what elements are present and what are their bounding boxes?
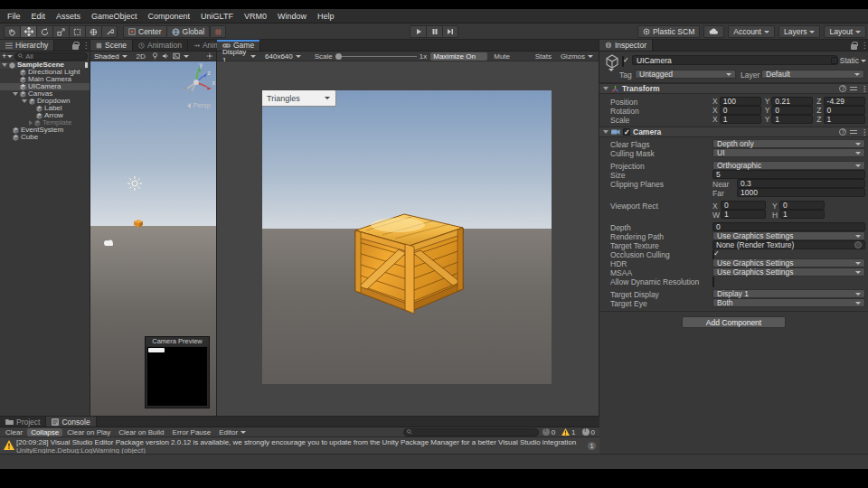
warning-count[interactable]: 1 xyxy=(559,428,578,436)
slider-knob[interactable] xyxy=(335,53,342,60)
rotation-z-field[interactable]: 0 xyxy=(824,106,865,115)
rendering-path-dropdown[interactable]: Use Graphics Settings xyxy=(712,231,865,240)
game-render[interactable]: Triangles xyxy=(262,90,552,384)
account-dropdown[interactable]: Account xyxy=(728,25,775,38)
clear-button[interactable]: Clear xyxy=(2,428,26,436)
hierarchy-item[interactable]: Cube xyxy=(0,134,90,141)
target-eye-dropdown[interactable]: Both xyxy=(712,298,865,307)
panel-menu-icon[interactable] xyxy=(82,41,86,50)
error-pause-button[interactable]: Error Pause xyxy=(169,428,215,436)
triangles-dropdown[interactable]: Triangles xyxy=(262,90,336,107)
tab-project[interactable]: Project xyxy=(0,417,46,427)
cube-object[interactable] xyxy=(132,217,145,230)
chevron-down-icon[interactable] xyxy=(184,55,189,58)
error-count[interactable]: 0 xyxy=(580,428,598,436)
scale-slider[interactable]: Scale 1x xyxy=(315,52,427,61)
position-y-field[interactable]: 0.21 xyxy=(771,97,813,106)
near-field[interactable]: 0.3 xyxy=(737,179,865,188)
target-texture-field[interactable]: None (Render Texture) xyxy=(712,240,865,249)
object-picker-icon[interactable] xyxy=(854,241,862,249)
position-x-field[interactable]: 100 xyxy=(720,97,761,106)
far-field[interactable]: 1000 xyxy=(737,188,865,197)
info-count[interactable]: 0 xyxy=(540,428,558,436)
menu-component[interactable]: Component xyxy=(143,9,196,23)
grid-snapping-button[interactable] xyxy=(210,25,226,38)
tab-scene[interactable]: Scene xyxy=(90,40,133,51)
mute-audio-button[interactable]: Mute Audio xyxy=(491,52,528,61)
menu-edit[interactable]: Edit xyxy=(26,9,52,23)
rotation-x-field[interactable]: 0 xyxy=(720,106,761,115)
presets-icon[interactable] xyxy=(850,85,857,92)
foldout-icon[interactable] xyxy=(2,63,7,67)
pivot-toggle-button[interactable]: Center xyxy=(123,25,167,38)
help-icon[interactable] xyxy=(839,128,846,136)
msaa-dropdown[interactable]: Use Graphics Settings xyxy=(712,267,865,277)
gameobject-name-field[interactable]: UICamera xyxy=(632,55,837,65)
lock-icon[interactable] xyxy=(72,44,79,50)
rotate-tool-button[interactable] xyxy=(36,25,52,38)
transform-tool-button[interactable] xyxy=(85,25,101,38)
menu-unigltf[interactable]: UniGLTF xyxy=(195,9,239,23)
pause-button[interactable] xyxy=(426,25,442,38)
scene-audio-icon[interactable] xyxy=(162,52,169,60)
scale-y-field[interactable]: 1 xyxy=(771,115,813,124)
gameobject-icon[interactable] xyxy=(605,54,619,69)
lock-icon[interactable] xyxy=(851,44,857,50)
plastic-scm-button[interactable]: Plastic SCM xyxy=(637,25,700,38)
target-display-dropdown[interactable]: Display 1 xyxy=(712,289,865,298)
chevron-down-icon[interactable] xyxy=(609,69,614,71)
viewport-h-field[interactable]: 1 xyxy=(779,210,825,219)
rect-tool-button[interactable] xyxy=(69,25,85,38)
menu-help[interactable]: Help xyxy=(312,9,340,23)
depth-field[interactable]: 0 xyxy=(712,222,865,231)
hierarchy-search-input[interactable]: All xyxy=(14,52,88,61)
perspective-toggle[interactable]: Persp xyxy=(187,101,211,109)
foldout-icon[interactable] xyxy=(603,87,609,90)
custom-tool-button[interactable] xyxy=(101,25,118,38)
transform-header[interactable]: Transform xyxy=(599,83,868,94)
collapse-button[interactable]: Collapse xyxy=(27,428,62,436)
cloud-button[interactable] xyxy=(703,25,724,38)
clear-flags-dropdown[interactable]: Depth only xyxy=(712,139,865,148)
culling-mask-dropdown[interactable]: UI xyxy=(712,148,865,157)
scale-x-field[interactable]: 1 xyxy=(720,115,761,124)
menu-assets[interactable]: Assets xyxy=(51,9,86,23)
menu-file[interactable]: File xyxy=(2,9,26,23)
scale-tool-button[interactable] xyxy=(52,25,69,38)
component-menu-icon[interactable] xyxy=(861,127,864,136)
scene-options-icon[interactable] xyxy=(85,62,88,68)
viewport-x-field[interactable]: 0 xyxy=(721,201,766,210)
tab-hierarchy[interactable]: Hierarchy xyxy=(0,40,54,51)
status-bar[interactable] xyxy=(0,454,868,469)
foldout-icon[interactable] xyxy=(13,92,18,96)
layers-dropdown[interactable]: Layers xyxy=(778,25,821,38)
resolution-dropdown[interactable]: 640x640 xyxy=(262,52,304,61)
projection-dropdown[interactable]: Orthographic xyxy=(712,161,865,170)
hdr-dropdown[interactable]: Use Graphics Settings xyxy=(712,258,865,267)
tab-inspector[interactable]: Inspector xyxy=(599,40,653,51)
scene-viewport[interactable]: y x z Persp Camera Preview xyxy=(90,61,216,416)
camera-gizmo[interactable] xyxy=(103,239,115,247)
static-checkbox[interactable] xyxy=(831,57,838,64)
position-z-field[interactable]: -4.29 xyxy=(824,97,865,106)
viewport-w-field[interactable]: 1 xyxy=(721,210,766,219)
camera-enabled-checkbox[interactable] xyxy=(623,128,630,136)
layer-dropdown[interactable]: Default xyxy=(761,70,864,79)
scale-z-field[interactable]: 1 xyxy=(824,115,865,124)
create-object-button[interactable]: + xyxy=(2,52,13,61)
space-toggle-button[interactable]: Global xyxy=(167,25,211,38)
add-component-button[interactable]: Add Component xyxy=(682,316,786,328)
step-button[interactable] xyxy=(442,25,458,38)
tag-dropdown[interactable]: Untagged xyxy=(635,70,736,79)
menu-gameobject[interactable]: GameObject xyxy=(86,9,143,23)
console-search-input[interactable] xyxy=(414,428,535,436)
directional-light-gizmo[interactable] xyxy=(127,175,143,192)
tab-animation[interactable]: Animation xyxy=(133,40,188,51)
clear-on-build-button[interactable]: Clear on Build xyxy=(115,428,167,436)
allow-dynamic-resolution-checkbox[interactable] xyxy=(712,277,714,287)
maximize-on-play-button[interactable]: Maximize On Play xyxy=(430,52,487,61)
menu-window[interactable]: Window xyxy=(272,9,312,23)
foldout-icon[interactable] xyxy=(603,130,609,134)
viewport-y-field[interactable]: 0 xyxy=(779,201,825,210)
display-dropdown[interactable]: Display 1 xyxy=(220,52,259,61)
